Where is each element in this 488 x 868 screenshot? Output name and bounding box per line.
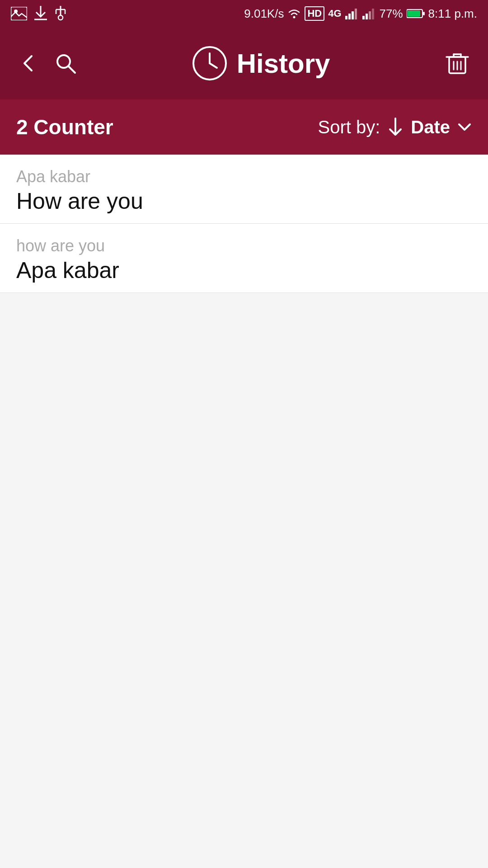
signal-bars-icon <box>345 8 359 19</box>
sort-value-label: Date <box>411 117 450 137</box>
sort-by-label: Sort by: <box>318 117 380 137</box>
status-bar: 9.01K/s HD 4G 77% <box>0 0 488 27</box>
battery-level: 77% <box>380 7 403 21</box>
svg-line-22 <box>69 66 75 73</box>
4g-badge: 4G <box>328 8 341 19</box>
svg-point-8 <box>58 15 63 20</box>
battery-icon <box>407 9 425 19</box>
history-translation-text: How are you <box>16 188 472 214</box>
svg-point-9 <box>293 16 296 19</box>
image-icon <box>11 7 27 20</box>
download-icon <box>34 6 47 21</box>
svg-rect-11 <box>348 14 351 19</box>
signal-bars2-icon <box>362 8 376 19</box>
status-bar-left <box>11 6 67 21</box>
sort-controls[interactable]: Sort by: Date <box>318 117 472 137</box>
svg-line-25 <box>210 63 217 68</box>
svg-rect-13 <box>355 9 357 19</box>
time-display: 8:11 p.m. <box>428 7 477 21</box>
app-bar-right <box>441 47 474 80</box>
app-bar-center: History <box>192 45 330 81</box>
status-bar-right: 9.01K/s HD 4G 77% <box>244 6 477 21</box>
counter-label: 2 Counter <box>16 115 113 139</box>
svg-rect-16 <box>369 11 371 19</box>
dropdown-arrow-icon[interactable] <box>457 120 472 134</box>
delete-button[interactable] <box>441 47 474 80</box>
history-source-text: how are you <box>16 236 472 255</box>
sort-bar: 2 Counter Sort by: Date <box>0 99 488 155</box>
history-item[interactable]: how are you Apa kabar <box>0 224 488 293</box>
sort-arrow-icon <box>387 118 404 137</box>
history-clock-icon <box>192 45 228 81</box>
svg-rect-10 <box>345 16 347 19</box>
svg-rect-20 <box>423 12 425 15</box>
svg-rect-14 <box>362 16 365 19</box>
page-title: History <box>237 48 330 79</box>
svg-rect-12 <box>352 11 354 19</box>
history-source-text: Apa kabar <box>16 167 472 186</box>
app-bar: History <box>0 27 488 99</box>
back-button[interactable] <box>14 49 43 78</box>
wifi-icon <box>287 8 301 19</box>
history-item[interactable]: Apa kabar How are you <box>0 155 488 224</box>
svg-rect-19 <box>408 10 420 17</box>
history-list: Apa kabar How are you how are you Apa ka… <box>0 155 488 293</box>
app-bar-left <box>14 48 80 78</box>
hd-badge: HD <box>305 6 324 21</box>
search-button[interactable] <box>51 48 80 78</box>
svg-rect-17 <box>372 9 374 19</box>
history-translation-text: Apa kabar <box>16 257 472 283</box>
usb-icon <box>54 6 67 21</box>
network-speed: 9.01K/s <box>244 7 284 21</box>
svg-rect-15 <box>366 14 368 19</box>
